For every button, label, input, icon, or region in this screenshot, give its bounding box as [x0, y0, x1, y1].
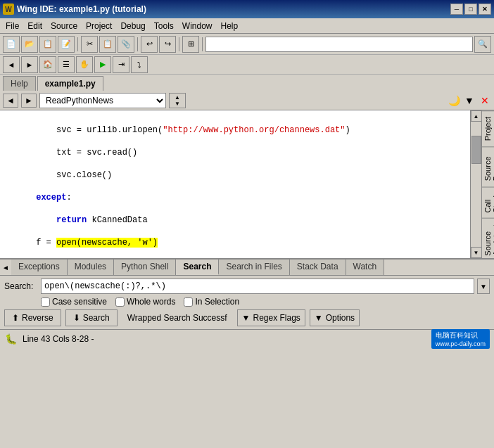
menu-window[interactable]: Window: [178, 20, 217, 32]
bottom-tabs-arrow-left[interactable]: ◄: [0, 260, 11, 275]
tab-example1[interactable]: example1.py: [37, 76, 103, 91]
bottom-tab-python-shell[interactable]: Python Shell: [114, 260, 176, 275]
bottom-tabs: ◄ Exceptions Modules Python Shell Search…: [0, 260, 494, 276]
case-sensitive-checkbox[interactable]: [41, 297, 50, 307]
sidebar-tab-project[interactable]: Project: [482, 110, 494, 146]
dropdown-arrow-icon: ▼: [242, 313, 251, 323]
toolbar-sep-1: [77, 37, 78, 51]
undo-button[interactable]: ↩: [141, 36, 158, 53]
run-button[interactable]: ▶: [94, 56, 111, 73]
search-input-row: Search: ▼: [4, 279, 490, 294]
back-button[interactable]: ◄: [3, 56, 20, 73]
bottom-panel: ◄ Exceptions Modules Python Shell Search…: [0, 258, 494, 329]
sidebar-tab-source-assistant[interactable]: Source Assistant: [482, 218, 494, 258]
open-file-button[interactable]: 📂: [21, 36, 38, 53]
bottom-tab-modules[interactable]: Modules: [68, 260, 114, 275]
redo-button[interactable]: ↪: [159, 36, 176, 53]
function-dropdown[interactable]: ReadPythonNews: [39, 93, 166, 108]
v-scrollbar[interactable]: ▲ ▼: [470, 110, 481, 258]
toolbar2-btn-5[interactable]: ✋: [76, 56, 93, 73]
bottom-tab-search-in-files[interactable]: Search in Files: [219, 260, 289, 275]
cut-button[interactable]: ✂: [81, 36, 98, 53]
close-button[interactable]: ✕: [479, 4, 491, 15]
toolbar-sep-3: [179, 37, 179, 51]
nav-forward-button[interactable]: ►: [21, 94, 37, 108]
home-button[interactable]: 🏠: [39, 56, 56, 73]
whole-words-option[interactable]: Whole words: [115, 297, 175, 307]
bottom-tab-watch[interactable]: Watch: [346, 260, 385, 275]
toolbar-search-button[interactable]: 🔍: [474, 36, 491, 53]
code-content: svc = urllib.urlopen("http://www.python.…: [0, 110, 470, 258]
forward-button[interactable]: ►: [21, 56, 38, 73]
sidebar-tab-call-stack[interactable]: Call Stack: [482, 187, 494, 219]
toolbar-btn-3[interactable]: 📋: [39, 36, 56, 53]
new-file-button[interactable]: 📄: [3, 36, 20, 53]
close-nav-icon[interactable]: ✕: [479, 94, 491, 107]
maximize-button[interactable]: □: [464, 4, 477, 15]
menu-debug[interactable]: Debug: [116, 20, 149, 32]
search-label: Search:: [4, 281, 38, 291]
nav-bar: ◄ ► ReadPythonNews ▲ ▼ 🌙 ▼ ✕: [0, 91, 494, 110]
menu-edit[interactable]: Edit: [23, 20, 46, 32]
v-scroll-up[interactable]: ▲: [471, 110, 482, 122]
menu-help[interactable]: Help: [217, 20, 243, 32]
search-panel: Search: ▼ Case sensitive Whole words In …: [0, 276, 494, 329]
bottom-tab-exceptions[interactable]: Exceptions: [11, 260, 68, 275]
v-scroll-thumb[interactable]: [471, 136, 481, 164]
moon-icon[interactable]: 🌙: [448, 94, 460, 107]
in-selection-checkbox[interactable]: [184, 297, 193, 307]
tab-help[interactable]: Help: [3, 76, 36, 91]
toolbar-sep-4: [202, 37, 203, 51]
search-button[interactable]: ⬇ Search: [65, 309, 118, 326]
search-arrow-icon: ⬇: [73, 313, 80, 323]
search-dropdown-button[interactable]: ▼: [477, 279, 490, 294]
toolbar-1: 📄 📂 📋 📝 ✂ 📋 📎 ↩ ↪ ⊞ 🔍: [0, 34, 494, 55]
nav-back-button[interactable]: ◄: [3, 94, 18, 108]
search-status: Wrapped Search Successf: [122, 313, 233, 323]
options-button[interactable]: ▼ Options: [310, 309, 360, 326]
reverse-button[interactable]: ⬆ Reverse: [4, 309, 61, 326]
bottom-tab-stack-data[interactable]: Stack Data: [290, 260, 346, 275]
title-text: Wing IDE: example1.py (tutorial): [17, 4, 146, 14]
minimize-button[interactable]: ─: [450, 4, 463, 15]
search-input[interactable]: [41, 279, 474, 294]
menu-source[interactable]: Source: [46, 20, 82, 32]
search-actions-row: ⬆ Reverse ⬇ Search Wrapped Search Succes…: [4, 309, 490, 326]
regex-flags-button[interactable]: ▼ Regex Flags: [237, 309, 305, 326]
editor-area: svc = urllib.urlopen("http://www.python.…: [0, 110, 494, 258]
step-over-button[interactable]: ⤵: [131, 56, 148, 73]
bug-icon: 🐛: [4, 333, 17, 345]
dropdown-icon[interactable]: ▼: [463, 94, 476, 107]
nav-right: 🌙 ▼ ✕: [448, 94, 491, 107]
v-scroll-down[interactable]: ▼: [471, 247, 482, 258]
paste-button[interactable]: 📎: [118, 36, 134, 53]
search-options-row: Case sensitive Whole words In Selection: [4, 297, 490, 307]
app-icon: W: [3, 4, 14, 15]
toolbar-btn-9[interactable]: ⊞: [182, 36, 199, 53]
code-editor[interactable]: svc = urllib.urlopen("http://www.python.…: [0, 110, 470, 258]
status-bar: 🐛 Line 43 Cols 8-28 - 电脑百科知识 www.pc-dail…: [0, 329, 494, 347]
status-right: 电脑百科知识 www.pc-daily.com: [431, 329, 490, 349]
status-info: Line 43 Cols 8-28 -: [23, 334, 94, 344]
options-arrow-icon: ▼: [315, 313, 323, 323]
sidebar-tab-source-browser[interactable]: Source Browser: [482, 146, 494, 186]
step-into-button[interactable]: ⇥: [113, 56, 129, 73]
toolbar-sep-2: [137, 37, 138, 51]
right-sidebar: Project Source Browser Call Stack Source…: [481, 110, 494, 258]
watermark-1: 电脑百科知识 www.pc-daily.com: [431, 329, 490, 349]
menu-project[interactable]: Project: [82, 20, 116, 32]
toolbar-search-input[interactable]: [205, 37, 473, 52]
toolbar2-btn-4[interactable]: ☰: [58, 56, 75, 73]
toolbar-btn-4[interactable]: 📝: [58, 36, 75, 53]
case-sensitive-option[interactable]: Case sensitive: [41, 297, 107, 307]
whole-words-checkbox[interactable]: [115, 297, 125, 307]
bottom-tab-search[interactable]: Search: [176, 260, 219, 275]
toolbar-2: ◄ ► 🏠 ☰ ✋ ▶ ⇥ ⤵: [0, 55, 494, 75]
menu-file[interactable]: File: [1, 20, 23, 32]
menu-tools[interactable]: Tools: [150, 20, 178, 32]
title-bar-left: W Wing IDE: example1.py (tutorial): [3, 4, 146, 15]
title-bar: W Wing IDE: example1.py (tutorial) ─ □ ✕: [0, 0, 494, 18]
nav-spinner[interactable]: ▲ ▼: [169, 93, 186, 108]
copy-button[interactable]: 📋: [99, 36, 116, 53]
in-selection-option[interactable]: In Selection: [184, 297, 239, 307]
